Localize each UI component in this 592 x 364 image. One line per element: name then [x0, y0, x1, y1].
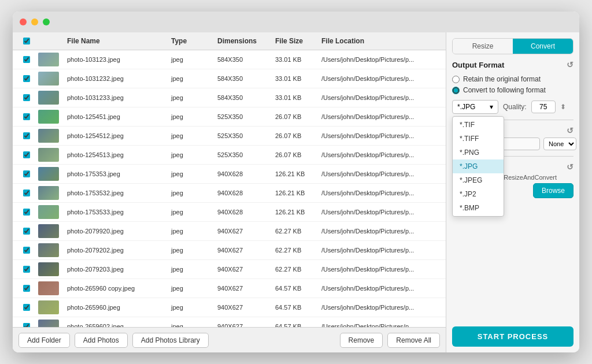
format-option[interactable]: *.TIFF: [453, 132, 504, 146]
quality-stepper-icon[interactable]: ⬍: [560, 103, 566, 111]
tab-convert[interactable]: Convert: [513, 39, 573, 54]
table-row: photo-175353.jpeg jpeg 940X628 126.21 KB…: [13, 165, 446, 184]
row-checkbox[interactable]: [23, 209, 30, 216]
refresh-icon[interactable]: ↺: [567, 60, 574, 69]
add-photos-button[interactable]: Add Photos: [75, 333, 128, 348]
row-thumb: [36, 128, 65, 144]
header-dimensions: Dimensions: [215, 36, 273, 46]
row-checkbox[interactable]: [23, 113, 30, 120]
format-option[interactable]: *.TIF: [453, 118, 504, 132]
remove-all-button[interactable]: Remove All: [387, 333, 440, 348]
thumbnail: [38, 281, 59, 295]
header-checkbox-cell: [17, 36, 36, 46]
format-dropdown-button[interactable]: *.JPG ▾: [452, 100, 498, 114]
row-type: jpeg: [169, 207, 215, 217]
thumbnail: [38, 243, 59, 257]
thumbnail: [38, 167, 59, 181]
row-checkbox[interactable]: [23, 266, 30, 273]
format-option[interactable]: *.JPG: [453, 159, 504, 173]
thumbnail: [38, 300, 59, 314]
row-checkbox[interactable]: [23, 190, 30, 196]
row-dimensions: 940X627: [215, 322, 273, 327]
row-filesize: 26.07 KB: [273, 150, 319, 159]
row-dimensions: 525X350: [215, 150, 273, 159]
rename-refresh-icon[interactable]: ↺: [567, 126, 574, 135]
row-dimensions: 940X628: [215, 207, 273, 217]
retain-format-label: Retain the original format: [463, 75, 541, 83]
row-checkbox[interactable]: [23, 247, 30, 254]
table-row: photo-1031232.jpeg jpeg 584X350 33.01 KB…: [13, 69, 446, 88]
row-checkbox[interactable]: [23, 170, 30, 177]
row-filelocation: /Users/john/Desktop/Pictures/p...: [319, 74, 441, 83]
convert-to-option[interactable]: Convert to following format: [452, 86, 574, 94]
row-checkbox[interactable]: [23, 75, 30, 82]
thumbnail: [38, 186, 59, 200]
convert-to-radio[interactable]: [452, 87, 460, 94]
retain-format-option[interactable]: Retain the original format: [452, 75, 574, 83]
row-filename: photo-2079203.jpeg: [65, 265, 169, 274]
format-option[interactable]: *.JP2: [453, 187, 504, 201]
row-thumb: [36, 70, 65, 87]
row-checkbox[interactable]: [23, 323, 30, 327]
minimize-button[interactable]: [31, 18, 38, 25]
row-filesize: 64.57 KB: [273, 303, 319, 312]
thumbnail: [38, 91, 59, 105]
row-filesize: 33.01 KB: [273, 55, 319, 64]
row-filename: photo-1031233.jpeg: [65, 93, 169, 102]
thumbnail: [38, 53, 59, 66]
row-checkbox[interactable]: [23, 285, 30, 292]
row-filelocation: /Users/john/Desktop/Pictures/p...: [319, 112, 441, 121]
table-row: photo-1254513.jpeg jpeg 525X350 26.07 KB…: [13, 146, 446, 165]
row-thumb: [36, 318, 65, 327]
file-location-refresh-icon[interactable]: ↺: [567, 162, 574, 172]
select-all-checkbox[interactable]: [23, 38, 30, 44]
row-checkbox[interactable]: [23, 132, 30, 139]
format-option[interactable]: *.PNG: [453, 146, 504, 159]
row-dimensions: 940X628: [215, 188, 273, 198]
row-dimensions: 940X628: [215, 169, 273, 179]
quality-input[interactable]: [531, 101, 556, 113]
row-filelocation: /Users/john/Desktop/Pictures/p...: [319, 303, 441, 312]
row-filesize: 126.21 KB: [273, 207, 319, 217]
row-checkbox-cell: [17, 169, 36, 179]
row-filesize: 26.07 KB: [273, 131, 319, 140]
row-checkbox-cell: [17, 150, 36, 159]
row-checkbox[interactable]: [23, 304, 30, 311]
row-filesize: 26.07 KB: [273, 112, 319, 121]
quality-label: Quality:: [503, 103, 527, 111]
maximize-button[interactable]: [43, 18, 50, 25]
thumbnail: [38, 320, 59, 327]
tab-resize[interactable]: Resize: [453, 39, 513, 54]
close-button[interactable]: [20, 18, 27, 25]
row-dimensions: 584X350: [215, 74, 273, 83]
add-folder-button[interactable]: Add Folder: [18, 333, 70, 348]
row-checkbox[interactable]: [23, 94, 30, 101]
format-option[interactable]: *.BMP: [453, 201, 504, 215]
row-type: jpeg: [169, 303, 215, 312]
row-filesize: 33.01 KB: [273, 74, 319, 83]
rename-format-select[interactable]: None: [543, 138, 576, 150]
start-process-button[interactable]: START PROCESS: [452, 326, 574, 347]
add-photos-library-button[interactable]: Add Photos Library: [132, 333, 209, 348]
row-thumb: [36, 280, 65, 296]
thumbnail: [38, 205, 59, 219]
remove-button[interactable]: Remove: [340, 333, 383, 348]
tab-row: Resize Convert: [452, 38, 574, 54]
table-row: photo-2079203.jpeg jpeg 940X627 62.27 KB…: [13, 260, 446, 279]
row-checkbox[interactable]: [23, 228, 30, 235]
row-checkbox[interactable]: [23, 151, 30, 158]
row-checkbox[interactable]: [23, 56, 30, 63]
format-option[interactable]: *.JPEG: [453, 173, 504, 187]
row-filename: photo-125451.jpeg: [65, 112, 169, 121]
row-dimensions: 525X350: [215, 112, 273, 121]
row-filelocation: /Users/john/Desktop/Pictures/p...: [319, 93, 441, 102]
row-filename: photo-1254513.jpeg: [65, 150, 169, 159]
row-type: jpeg: [169, 226, 215, 236]
file-panel: File Name Type Dimensions File Size File…: [13, 32, 446, 352]
row-checkbox-cell: [17, 246, 36, 255]
row-type: jpeg: [169, 284, 215, 293]
row-filesize: 62.27 KB: [273, 265, 319, 274]
browse-button[interactable]: Browse: [533, 183, 574, 198]
retain-format-radio[interactable]: [452, 76, 460, 83]
row-filelocation: /Users/john/Desktop/Pictures/p...: [319, 188, 441, 198]
